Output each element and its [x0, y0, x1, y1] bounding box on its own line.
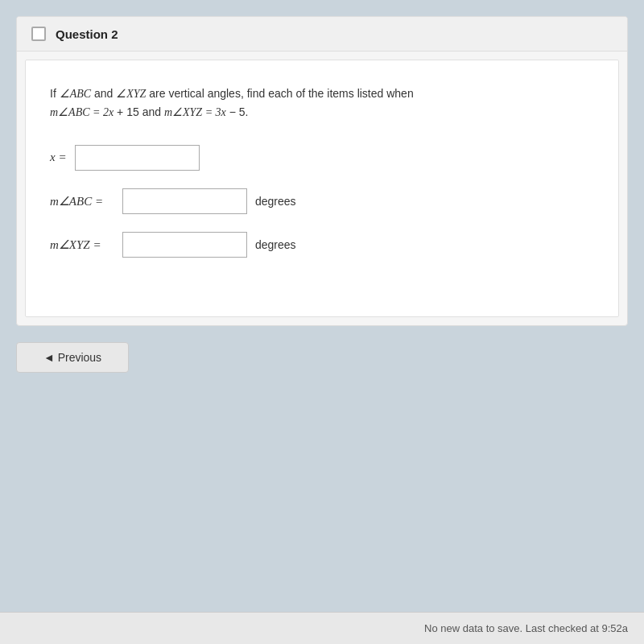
x-input[interactable]	[75, 145, 200, 171]
question-header: Question 2	[17, 17, 627, 52]
question-checkbox[interactable]	[31, 27, 46, 41]
main-content: Question 2 If ∠ABC and ∠XYZ are vertical…	[0, 0, 644, 326]
x-label: x =	[50, 151, 67, 164]
question-card: Question 2 If ∠ABC and ∠XYZ are vertical…	[16, 16, 628, 326]
previous-button[interactable]: ◄ Previous	[16, 342, 129, 373]
abc-label: m∠ABC =	[50, 194, 114, 208]
question-title: Question 2	[56, 27, 118, 41]
question-line1: If ∠ABC and ∠XYZ are vertical angles, fi…	[50, 87, 414, 100]
abc-input[interactable]	[122, 188, 247, 214]
question-body: If ∠ABC and ∠XYZ are vertical angles, fi…	[25, 60, 619, 317]
question-line2: m∠ABC = 2x + 15 and m∠XYZ = 3x − 5.	[50, 105, 248, 118]
xyz-label: m∠XYZ =	[50, 237, 114, 252]
xyz-input-row: m∠XYZ = degrees	[50, 232, 594, 258]
x-input-row: x =	[50, 145, 594, 171]
page-wrapper: Question 2 If ∠ABC and ∠XYZ are vertical…	[0, 0, 644, 644]
question-text: If ∠ABC and ∠XYZ are vertical angles, fi…	[50, 85, 594, 122]
status-message: No new data to save. Last checked at 9:5…	[424, 622, 628, 634]
status-bar: No new data to save. Last checked at 9:5…	[0, 612, 644, 644]
abc-unit: degrees	[255, 195, 296, 208]
navigation-area: ◄ Previous	[0, 326, 644, 389]
xyz-unit: degrees	[255, 238, 296, 251]
xyz-input[interactable]	[122, 232, 247, 258]
abc-input-row: m∠ABC = degrees	[50, 188, 594, 214]
